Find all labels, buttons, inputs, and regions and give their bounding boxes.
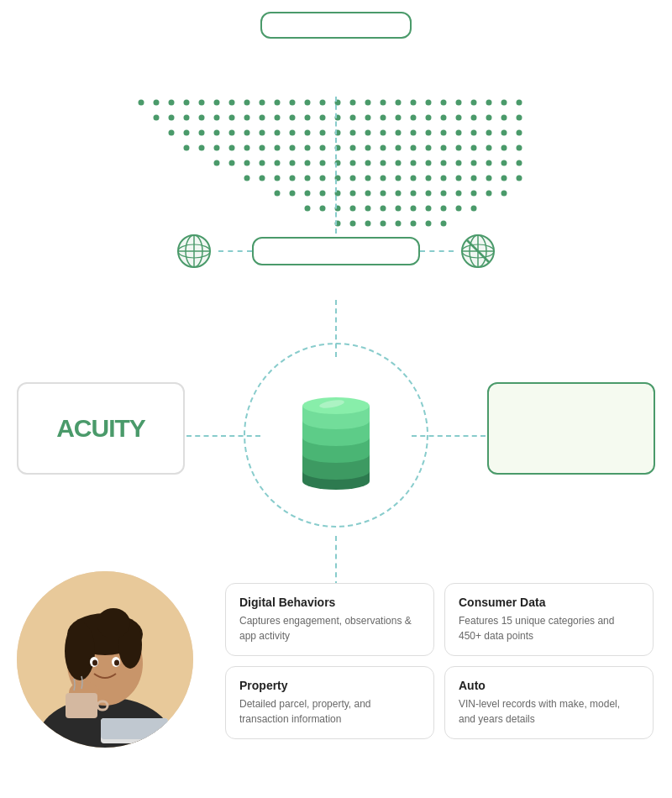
svg-rect-41 [101,718,168,739]
card-desc-2: Detailed parcel, property, and transacti… [239,696,420,727]
consumer-events-box [252,237,420,265]
database-icon [290,381,382,490]
acuity-a-letter: A [56,414,74,442]
offline-label [420,234,502,269]
acuity-logo-box: ACUITY [17,382,185,475]
card-title-0: Digital Behaviors [239,596,420,609]
page-container: ACUITY [0,0,672,798]
data-card-1: Consumer Data Features 15 unique categor… [444,583,654,656]
offline-globe-icon [460,234,496,269]
acuity-text: ACUITY [56,416,145,441]
card-desc-3: VIN-level records with make, model, and … [459,696,639,727]
h-dotline-right [412,435,486,437]
acuity-rest: CUITY [74,414,145,442]
svg-point-5 [178,235,210,267]
acuity-logo: ACUITY [56,416,145,441]
svg-point-35 [92,660,97,666]
data-card-0: Digital Behaviors Captures engagement, o… [225,583,434,656]
card-title-1: Consumer Data [459,596,639,609]
person-svg [17,571,193,748]
data-card-3: Auto VIN-level records with make, model,… [444,666,654,739]
svg-point-36 [114,660,119,666]
data-source-box [260,12,412,39]
circle-area [244,343,428,528]
db-svg [290,381,382,494]
v-line-top [335,97,337,234]
h-dotline-online [218,250,252,252]
data-card-2: Property Detailed parcel, property, and … [225,666,434,739]
card-title-3: Auto [459,679,639,692]
card-title-2: Property [239,679,420,692]
card-desc-0: Captures engagement, observations & app … [239,613,420,643]
svg-point-32 [97,608,130,638]
bottom-cards-grid: Digital Behaviors Captures engagement, o… [225,583,654,739]
online-label [170,234,252,269]
svg-rect-38 [66,693,97,718]
middle-row [101,234,571,269]
h-dotline-offline [420,250,454,252]
v-line-bot [335,536,337,586]
foundation-box [487,382,655,475]
svg-point-30 [65,622,95,680]
online-globe-icon [176,234,212,269]
person-image [17,571,193,748]
h-dotline-left [186,435,260,437]
card-desc-1: Features 15 unique categories and 450+ d… [459,613,639,643]
